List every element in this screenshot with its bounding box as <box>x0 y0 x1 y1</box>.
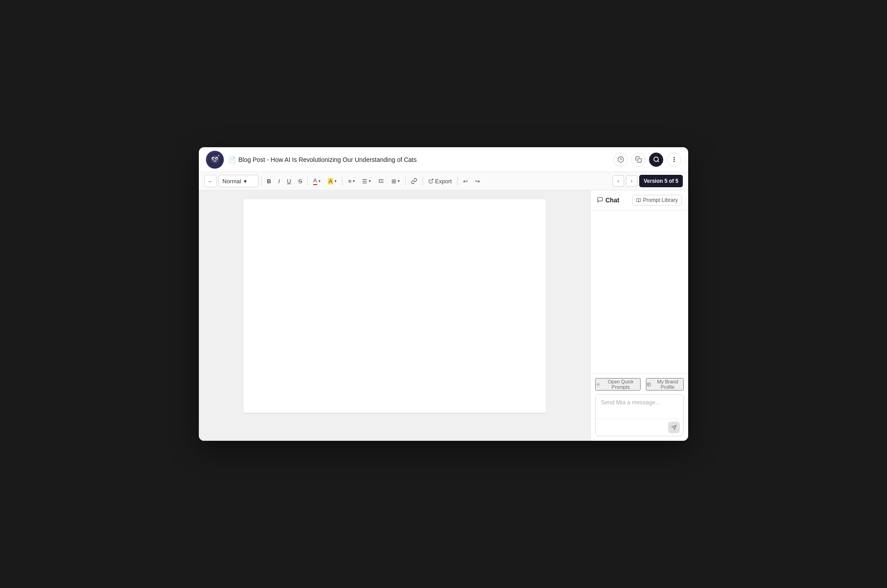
quick-prompts-icon <box>596 382 600 387</box>
table-icon: ⊞ <box>391 178 396 185</box>
svg-point-9 <box>653 157 658 161</box>
document-page[interactable] <box>243 199 546 413</box>
list-chevron: ▾ <box>369 179 371 183</box>
header-left: ✦ 📄 Blog Post - How AI Is Revolutionizin… <box>206 151 417 169</box>
prompt-library-button[interactable]: Prompt Library <box>632 195 682 205</box>
toolbar: ← Normal ▾ B I U S A ▾ A ▾ ≡ <box>199 172 688 190</box>
brand-profile-label: My Brand Profile <box>653 379 683 390</box>
link-icon <box>411 178 417 184</box>
open-quick-prompts-button[interactable]: Open Quick Prompts <box>595 378 641 391</box>
svg-text:✦: ✦ <box>218 154 220 157</box>
more-icon <box>671 156 677 163</box>
app-logo: ✦ <box>206 151 224 169</box>
brand-profile-icon <box>647 382 651 387</box>
search-icon <box>653 156 660 163</box>
style-label: Normal <box>222 178 241 185</box>
header-right <box>613 153 681 167</box>
chat-icon-svg <box>597 197 603 203</box>
highlight-button[interactable]: A ▾ <box>325 175 340 187</box>
editor-area[interactable] <box>199 190 590 441</box>
svg-line-10 <box>657 161 659 162</box>
chat-input[interactable] <box>596 395 683 417</box>
prev-icon: ‹ <box>617 178 619 184</box>
bold-button[interactable]: B <box>264 175 274 187</box>
more-button[interactable] <box>667 153 681 167</box>
table-chevron: ▾ <box>398 179 400 183</box>
text-color-chevron: ▾ <box>319 179 321 183</box>
svg-point-12 <box>673 159 674 160</box>
bold-icon: B <box>267 178 271 185</box>
list-button[interactable]: ☰ ▾ <box>359 175 374 187</box>
divider-4 <box>405 177 406 185</box>
version-badge: Version 5 of 5 <box>639 175 683 187</box>
svg-point-11 <box>673 157 674 158</box>
quick-actions: Open Quick Prompts My Brand Profile <box>595 378 684 391</box>
divider-3 <box>342 177 343 185</box>
main-area: Chat Prompt Library <box>199 190 688 441</box>
history-icon <box>617 156 624 163</box>
svg-rect-19 <box>647 383 650 386</box>
right-panel: Chat Prompt Library <box>590 190 688 441</box>
open-quick-prompts-label: Open Quick Prompts <box>601 379 640 390</box>
logo-svg: ✦ <box>208 153 222 167</box>
link-button[interactable] <box>408 175 420 187</box>
back-icon: ← <box>208 178 214 185</box>
indent-icon <box>378 178 384 184</box>
italic-icon: I <box>278 178 280 185</box>
text-color-button[interactable]: A ▾ <box>310 175 323 187</box>
send-button[interactable] <box>668 422 680 433</box>
undo-icon: ↩ <box>463 178 468 185</box>
document-icon: 📄 <box>228 156 236 163</box>
history-button[interactable] <box>613 153 628 167</box>
highlight-icon: A <box>328 178 334 185</box>
align-left-button[interactable]: ≡ ▾ <box>345 175 358 187</box>
list-icon: ☰ <box>362 178 367 185</box>
right-panel-footer: Open Quick Prompts My Brand Profile <box>591 373 688 441</box>
prompt-library-label: Prompt Library <box>643 197 678 203</box>
export-icon <box>428 178 434 184</box>
chat-label: Chat <box>605 197 619 204</box>
undo-button[interactable]: ↩ <box>460 175 471 187</box>
table-button[interactable]: ⊞ ▾ <box>389 175 403 187</box>
brand-profile-button[interactable]: My Brand Profile <box>646 378 684 391</box>
divider-2 <box>307 177 308 185</box>
italic-button[interactable]: I <box>275 175 282 187</box>
send-icon <box>671 425 677 430</box>
align-chevron: ▾ <box>353 179 355 183</box>
version-label: Version 5 of 5 <box>644 178 678 184</box>
underline-icon: U <box>287 178 291 185</box>
next-version-button[interactable]: › <box>626 175 637 187</box>
svg-point-4 <box>213 158 214 159</box>
right-panel-header: Chat Prompt Library <box>591 190 688 210</box>
copy-button[interactable] <box>631 153 645 167</box>
strikethrough-icon: S <box>298 178 302 185</box>
back-button[interactable]: ← <box>204 175 217 187</box>
doc-title-area: 📄 Blog Post - How AI Is Revolutionizing … <box>228 156 417 163</box>
redo-icon: ↪ <box>475 178 480 185</box>
document-title: Blog Post - How AI Is Revolutionizing Ou… <box>238 156 417 163</box>
underline-button[interactable]: U <box>284 175 294 187</box>
prev-version-button[interactable]: ‹ <box>613 175 624 187</box>
style-select[interactable]: Normal ▾ <box>218 175 258 187</box>
redo-button[interactable]: ↪ <box>472 175 483 187</box>
book-icon <box>636 198 641 203</box>
chat-bubble-icon <box>597 197 603 204</box>
search-button[interactable] <box>649 153 663 167</box>
align-left-icon: ≡ <box>348 178 351 185</box>
svg-rect-8 <box>637 159 641 162</box>
divider-1 <box>261 177 262 185</box>
svg-point-5 <box>216 158 218 159</box>
next-icon: › <box>631 178 633 184</box>
strikethrough-button[interactable]: S <box>295 175 305 187</box>
app-window: ✦ 📄 Blog Post - How AI Is Revolutionizin… <box>199 147 688 441</box>
indent-button[interactable] <box>375 175 387 187</box>
export-button[interactable]: Export <box>426 175 455 187</box>
copy-icon <box>635 156 642 163</box>
svg-point-18 <box>597 384 598 385</box>
chat-input-footer <box>596 419 683 436</box>
chat-input-area[interactable] <box>595 394 684 436</box>
highlight-chevron: ▾ <box>335 179 337 183</box>
style-chevron: ▾ <box>244 178 247 185</box>
export-label: Export <box>435 178 452 185</box>
chat-tab[interactable]: Chat <box>597 197 619 204</box>
